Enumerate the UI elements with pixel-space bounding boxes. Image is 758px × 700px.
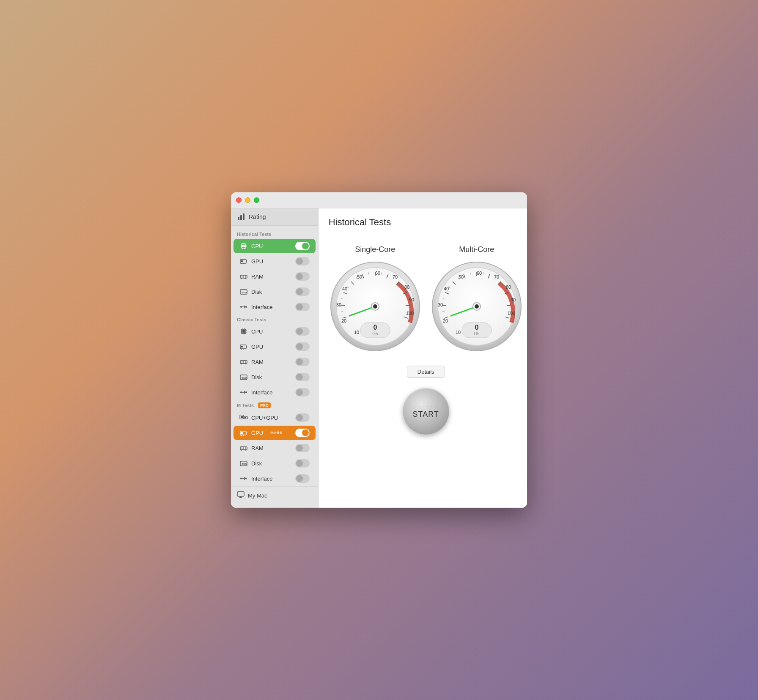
sidebar-item-hist-cpu[interactable]: CPU — [233, 239, 316, 253]
svg-rect-0 — [238, 217, 239, 220]
svg-rect-4 — [242, 245, 245, 247]
details-section: Details — [329, 366, 523, 378]
m-cpugpu-label: CPU+GPU — [251, 415, 285, 421]
svg-rect-31 — [242, 330, 245, 333]
ram-icon — [239, 272, 248, 281]
divider — [290, 242, 290, 250]
svg-text:50: 50 — [357, 274, 362, 279]
sidebar-item-hist-interface[interactable]: Interface — [233, 300, 316, 314]
sidebar-item-m-cpugpu[interactable]: CPU+GPU — [233, 410, 316, 425]
divider — [290, 414, 290, 421]
classic-disk-toggle[interactable] — [295, 373, 310, 381]
multi-core-title: Multi-Core — [459, 245, 494, 254]
svg-text:60: 60 — [375, 271, 380, 276]
divider — [290, 388, 290, 396]
m-ram-toggle[interactable] — [295, 444, 310, 452]
multi-core-gauge-container: Multi-Core 0 10 20 — [430, 245, 523, 353]
classic-gpu-label: GPU — [251, 344, 285, 350]
sidebar-item-classic-cpu[interactable]: CPU — [233, 324, 316, 339]
rating-label: Rating — [249, 213, 266, 220]
svg-text:30: 30 — [438, 302, 443, 307]
svg-rect-58 — [241, 416, 243, 418]
svg-point-75 — [240, 478, 242, 479]
hist-ram-toggle[interactable] — [295, 272, 310, 281]
classic-interface-toggle[interactable] — [295, 388, 310, 396]
svg-text:100: 100 — [406, 311, 413, 316]
m-ram-label: RAM — [251, 445, 285, 451]
bar-chart-icon — [237, 213, 245, 221]
single-core-gauge-svg: 0 10 20 30 40 50 60 70 80 90 100 — [329, 260, 422, 353]
svg-point-54 — [240, 391, 242, 393]
hist-cpu-toggle[interactable] — [295, 242, 310, 250]
sidebar-rating-item[interactable]: Rating — [231, 208, 318, 226]
svg-text:0: 0 — [475, 324, 478, 331]
sidebar-item-m-ram[interactable]: RAM — [233, 441, 316, 455]
sidebar: Rating Historical Tests — [231, 208, 319, 508]
classic-ram-label: RAM — [251, 359, 285, 365]
m-gpu-toggle[interactable] — [295, 429, 310, 437]
section-header-classic: Classic Tests — [231, 314, 318, 324]
svg-text:G5: G5 — [474, 331, 480, 336]
hist-gpu-label: GPU — [251, 258, 285, 265]
titlebar — [231, 192, 527, 208]
svg-text:10: 10 — [354, 330, 359, 335]
hist-disk-toggle[interactable] — [295, 287, 310, 296]
m-interface-toggle[interactable] — [295, 474, 310, 483]
sidebar-item-m-gpu[interactable]: GPU MARS — [233, 426, 316, 440]
m-gpu-label: GPU — [251, 430, 263, 436]
divider — [290, 273, 290, 280]
minimize-button[interactable] — [245, 197, 250, 203]
hist-disk-label: Disk — [251, 289, 285, 295]
traffic-lights — [236, 197, 259, 203]
classic-gpu-toggle[interactable] — [295, 342, 310, 351]
divider — [290, 358, 290, 366]
m-disk-label: Disk — [251, 460, 285, 467]
start-button[interactable]: · · · · · · START — [403, 388, 449, 435]
sidebar-item-hist-gpu[interactable]: GPU — [233, 254, 316, 268]
sidebar-item-m-interface[interactable]: Interface — [233, 471, 316, 486]
divider — [290, 257, 290, 265]
hist-gpu-toggle[interactable] — [295, 257, 310, 265]
svg-text:SSD: SSD — [242, 463, 247, 465]
m-disk-toggle[interactable] — [295, 459, 310, 468]
content-area: Rating Historical Tests — [231, 208, 527, 508]
classic-cpu-toggle[interactable] — [295, 327, 310, 336]
svg-point-27 — [240, 306, 242, 308]
svg-text:SSD: SSD — [242, 291, 247, 294]
hist-interface-toggle[interactable] — [295, 303, 310, 311]
svg-rect-78 — [237, 492, 244, 496]
svg-text:10: 10 — [456, 330, 461, 335]
close-button[interactable] — [236, 197, 242, 203]
disk-icon: SSD — [239, 287, 248, 296]
m-cpugpu-toggle[interactable] — [295, 413, 310, 422]
single-core-gauge-container: Single-Core — [329, 245, 422, 353]
svg-text:90: 90 — [511, 297, 516, 302]
cpu-icon — [239, 242, 248, 250]
sidebar-item-hist-disk[interactable]: SSD Disk — [233, 284, 316, 299]
svg-rect-14 — [241, 260, 243, 262]
sidebar-item-m-disk[interactable]: SSD Disk — [233, 456, 316, 470]
divider — [290, 288, 290, 295]
svg-text:100: 100 — [507, 311, 515, 316]
gpu-icon-m — [239, 429, 248, 437]
sidebar-item-classic-gpu[interactable]: GPU — [233, 339, 316, 354]
svg-rect-41 — [241, 346, 243, 347]
classic-ram-toggle[interactable] — [295, 358, 310, 366]
svg-point-117 — [373, 304, 377, 309]
sidebar-item-classic-interface[interactable]: Interface — [233, 385, 316, 399]
svg-text:80: 80 — [404, 284, 409, 290]
hist-interface-label: Interface — [251, 304, 285, 310]
maximize-button[interactable] — [254, 197, 259, 203]
single-core-gauge: 0 10 20 30 40 50 60 70 80 90 100 — [329, 260, 422, 353]
svg-text:50: 50 — [459, 274, 464, 279]
details-button[interactable]: Details — [407, 366, 445, 378]
divider — [290, 303, 290, 311]
start-section: · · · · · · START — [329, 388, 523, 435]
sidebar-item-classic-disk[interactable]: SSD Disk — [233, 370, 316, 384]
svg-text:SSD: SSD — [242, 377, 247, 379]
sidebar-item-hist-ram[interactable]: RAM — [233, 269, 316, 284]
sidebar-item-classic-ram[interactable]: RAM — [233, 355, 316, 369]
m-interface-label: Interface — [251, 476, 285, 482]
svg-text:40: 40 — [342, 286, 347, 291]
sidebar-bottom: My Mac — [231, 486, 318, 504]
